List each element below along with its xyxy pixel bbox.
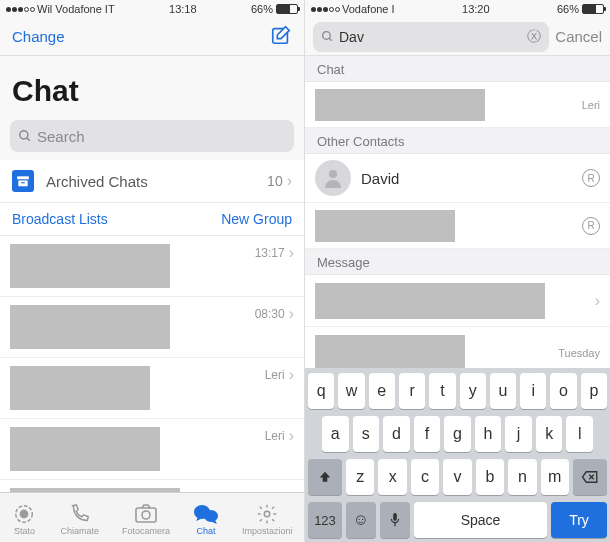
archived-chats-row[interactable]: Archived Chats 10 › [0, 160, 304, 203]
chat-result-row[interactable]: Leri [305, 82, 610, 128]
search-input[interactable]: Dav ⓧ [313, 22, 549, 52]
chat-row[interactable]: Leri› [0, 358, 304, 419]
redacted-content [10, 244, 170, 288]
key-g[interactable]: g [444, 416, 471, 452]
key-shift[interactable] [308, 459, 342, 495]
key-y[interactable]: y [460, 373, 486, 409]
search-placeholder: Search [37, 128, 85, 145]
svg-point-1 [20, 131, 28, 139]
chat-row[interactable]: Leri› [0, 419, 304, 480]
key-s[interactable]: s [353, 416, 380, 452]
svg-rect-14 [393, 513, 397, 521]
key-z[interactable]: z [346, 459, 374, 495]
tab-chiamate[interactable]: Chiamate [60, 503, 99, 536]
battery-percent: 66% [557, 3, 579, 15]
key-numbers[interactable]: 123 [308, 502, 342, 538]
compose-button[interactable] [270, 24, 292, 50]
key-t[interactable]: t [429, 373, 455, 409]
search-input[interactable]: Search [10, 120, 294, 152]
tab-bar: Stato Chiamate Fotocamera Chat Impostazi… [0, 492, 304, 542]
redacted-content [315, 335, 465, 371]
key-mic[interactable] [380, 502, 410, 538]
emoji-icon: ☺ [353, 511, 369, 529]
key-m[interactable]: m [541, 459, 569, 495]
change-button[interactable]: Change [12, 28, 65, 45]
key-e[interactable]: e [369, 373, 395, 409]
signal-icon [311, 7, 340, 12]
contact-name: David [361, 170, 582, 187]
mic-icon [389, 512, 401, 528]
key-b[interactable]: b [476, 459, 504, 495]
key-u[interactable]: u [490, 373, 516, 409]
key-h[interactable]: h [475, 416, 502, 452]
key-w[interactable]: w [338, 373, 364, 409]
svg-point-13 [329, 170, 337, 178]
status-ring-icon [11, 503, 37, 525]
archived-count: 10 [267, 173, 283, 189]
tab-fotocamera[interactable]: Fotocamera [122, 503, 170, 536]
key-o[interactable]: o [550, 373, 576, 409]
key-j[interactable]: j [505, 416, 532, 452]
result-time: Leri [582, 99, 600, 111]
page-title: Chat [12, 74, 292, 108]
key-x[interactable]: x [378, 459, 406, 495]
clock: 13:20 [395, 3, 557, 15]
redacted-content [315, 283, 545, 319]
svg-rect-7 [136, 508, 156, 522]
svg-point-11 [264, 511, 270, 517]
key-a[interactable]: a [322, 416, 349, 452]
search-icon [321, 30, 334, 43]
contact-result-row[interactable]: David R [305, 154, 610, 203]
chevron-right-icon: › [289, 305, 294, 323]
key-d[interactable]: d [383, 416, 410, 452]
status-bar: Wil Vodafone IT 13:18 66% [0, 0, 304, 18]
key-emoji[interactable]: ☺ [346, 502, 376, 538]
compose-icon [270, 24, 292, 46]
backspace-icon [581, 470, 599, 484]
key-p[interactable]: p [581, 373, 607, 409]
broadcast-lists-button[interactable]: Broadcast Lists [12, 211, 108, 227]
tab-stato[interactable]: Stato [11, 503, 37, 536]
section-header-chat: Chat [305, 56, 610, 82]
message-result-row[interactable]: › [305, 275, 610, 327]
tab-label: Chat [196, 526, 215, 536]
key-n[interactable]: n [508, 459, 536, 495]
battery-icon [582, 4, 604, 14]
chat-row[interactable]: 13:17› [0, 236, 304, 297]
key-f[interactable]: f [414, 416, 441, 452]
search-icon [18, 129, 32, 143]
new-group-button[interactable]: New Group [221, 211, 292, 227]
key-i[interactable]: i [520, 373, 546, 409]
clear-search-button[interactable]: ⓧ [527, 28, 541, 46]
chevron-right-icon: › [289, 427, 294, 445]
carrier-label: Wil Vodafone IT [37, 3, 115, 15]
key-space[interactable]: Space [414, 502, 547, 538]
contact-result-row[interactable]: R [305, 203, 610, 249]
signal-icon [6, 7, 35, 12]
key-c[interactable]: c [411, 459, 439, 495]
tab-chat[interactable]: Chat [193, 503, 219, 536]
key-l[interactable]: l [566, 416, 593, 452]
chevron-right-icon: › [289, 366, 294, 384]
key-backspace[interactable] [573, 459, 607, 495]
svg-rect-4 [21, 182, 25, 183]
chevron-right-icon: › [287, 172, 292, 190]
key-q[interactable]: q [308, 373, 334, 409]
redacted-content [10, 427, 160, 471]
tab-label: Stato [14, 526, 35, 536]
registered-badge-icon: R [582, 169, 600, 187]
key-k[interactable]: k [536, 416, 563, 452]
key-v[interactable]: v [443, 459, 471, 495]
search-value: Dav [339, 29, 364, 45]
chat-time: 08:30 [255, 307, 285, 321]
chat-row[interactable]: 08:30› [0, 297, 304, 358]
cancel-button[interactable]: Cancel [555, 28, 602, 45]
tab-impostazioni[interactable]: Impostazioni [242, 503, 293, 536]
nav-header: Change [0, 18, 304, 56]
chat-time: Leri [265, 429, 285, 443]
redacted-content [10, 366, 150, 410]
key-send[interactable]: Try [551, 502, 607, 538]
key-r[interactable]: r [399, 373, 425, 409]
search-results-screen: Vodafone I 13:20 66% Dav ⓧ Cancel Chat L… [305, 0, 610, 542]
svg-point-6 [21, 510, 28, 517]
